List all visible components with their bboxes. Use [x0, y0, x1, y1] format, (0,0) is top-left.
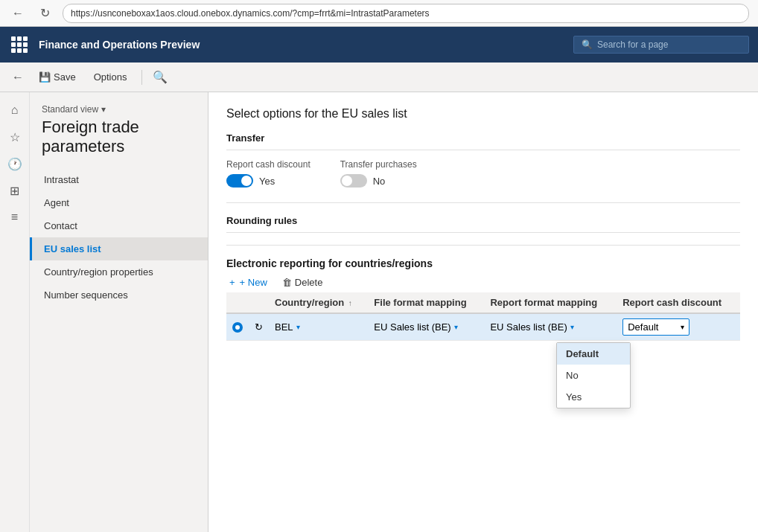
toolbar-back-button[interactable]: ←	[9, 68, 27, 86]
report-format-mapping-cell: EU Sales list (BE) ▾	[484, 313, 617, 341]
rounding-rules-title: Rounding rules	[226, 215, 740, 233]
browser-address-bar: ← ↻ https://usnconeboxax1aos.cloud.onebo…	[0, 0, 758, 27]
sidebar: Standard view ▾ Foreign trade parameters…	[30, 92, 208, 532]
clock-icon[interactable]: 🕐	[3, 152, 27, 176]
url-text: https://usnconeboxax1aos.cloud.onebox.dy…	[71, 8, 430, 19]
row-radio-btn[interactable]	[232, 322, 243, 333]
nav-list: Intrastat Agent Contact EU sales list Co…	[30, 168, 208, 307]
report-format-value-wrapper: EU Sales list (BE) ▾	[490, 321, 611, 333]
sidebar-item-intrastat[interactable]: Intrastat	[30, 168, 208, 191]
dropdown-option-no[interactable]: No	[557, 365, 630, 386]
col-file-format-mapping: File format mapping	[368, 292, 484, 313]
trash-icon: 🗑	[282, 277, 292, 288]
standard-view-selector[interactable]: Standard view ▾	[42, 104, 196, 115]
sort-icon: ↑	[348, 299, 352, 307]
file-format-dropdown-chevron[interactable]: ▾	[454, 323, 458, 331]
main-layout: ⌂ ☆ 🕐 ⊞ ≡ Standard view ▾ Foreign trade …	[0, 92, 758, 532]
back-button[interactable]: ←	[9, 4, 27, 22]
electronic-reporting-table: Country/region ↑ File format mapping Rep…	[226, 292, 740, 341]
country-dropdown-chevron[interactable]: ▾	[296, 323, 300, 331]
radio-dot	[235, 325, 240, 330]
options-button[interactable]: Options	[88, 68, 133, 86]
rounding-rules-section: Rounding rules	[226, 215, 740, 233]
toggle-thumb	[241, 176, 252, 186]
dropdown-chevron-icon: ▾	[681, 323, 684, 331]
grid-icon	[11, 36, 28, 53]
search-placeholder: Search for a page	[597, 39, 668, 50]
electronic-reporting-title: Electronic reporting for countries/regio…	[226, 257, 740, 269]
transfer-group-title: Transfer	[226, 132, 740, 150]
file-format-mapping-cell: EU Sales list (BE) ▾	[368, 313, 484, 341]
sidebar-item-eu-sales-list[interactable]: EU sales list	[30, 237, 208, 260]
dropdown-option-yes[interactable]: Yes	[557, 386, 630, 408]
transfer-purchases-toggle-row: No	[340, 174, 417, 188]
report-cash-discount-cell: Default ▾	[617, 313, 740, 341]
col-radio	[226, 292, 249, 313]
sidebar-item-agent[interactable]: Agent	[30, 191, 208, 214]
sidebar-item-country-region[interactable]: Country/region properties	[30, 260, 208, 283]
home-icon[interactable]: ⌂	[3, 98, 27, 122]
left-rail: ⌂ ☆ 🕐 ⊞ ≡	[0, 92, 30, 532]
row-radio-cell	[226, 313, 249, 341]
chevron-down-icon: ▾	[101, 104, 106, 115]
toolbar-separator	[141, 70, 142, 85]
section-heading: Select options for the EU sales list	[226, 107, 740, 121]
divider-2	[226, 245, 740, 246]
sidebar-item-contact[interactable]: Contact	[30, 214, 208, 237]
cash-discount-dropdown-trigger[interactable]: Default ▾	[622, 318, 689, 336]
page-header: Standard view ▾ Foreign trade parameters	[30, 98, 208, 168]
transfer-purchases-value: No	[373, 176, 386, 187]
url-bar[interactable]: https://usnconeboxax1aos.cloud.onebox.dy…	[63, 4, 749, 23]
toggle-thumb-2	[342, 176, 352, 186]
search-icon: 🔍	[582, 39, 593, 50]
apps-grid-button[interactable]	[9, 34, 30, 55]
table-icon[interactable]: ⊞	[3, 179, 27, 202]
country-region-cell: BEL ▾	[269, 313, 368, 341]
plus-icon: +	[229, 277, 235, 288]
refresh-icon[interactable]: ↻	[255, 321, 263, 333]
dropdown-option-default[interactable]: Default	[557, 343, 630, 365]
new-button[interactable]: + + New	[226, 275, 270, 289]
table-toolbar: + + New 🗑 Delete	[226, 275, 740, 289]
delete-button[interactable]: 🗑 Delete	[279, 275, 326, 289]
table-header-row: Country/region ↑ File format mapping Rep…	[226, 292, 740, 313]
cash-discount-dropdown-popup: Default No Yes	[556, 342, 631, 408]
report-cash-discount-toggle-row: Yes	[226, 174, 310, 188]
table-row: ↻ BEL ▾ EU Sales list (BE) ▾	[226, 313, 740, 341]
app-title: Finance and Operations Preview	[39, 39, 564, 51]
file-format-value-wrapper: EU Sales list (BE) ▾	[374, 321, 478, 333]
list-icon[interactable]: ≡	[3, 205, 27, 229]
report-cash-discount-field: Report cash discount Yes	[226, 159, 310, 188]
report-format-dropdown-chevron[interactable]: ▾	[570, 323, 574, 331]
page-title: Foreign trade parameters	[42, 118, 196, 156]
col-report-cash-discount: Report cash discount	[617, 292, 740, 313]
divider-1	[226, 202, 740, 203]
transfer-fields-row: Report cash discount Yes Transfer purcha…	[226, 159, 740, 188]
col-report-format-mapping: Report format mapping	[484, 292, 617, 313]
transfer-purchases-toggle[interactable]	[340, 174, 367, 188]
col-country-region: Country/region ↑	[269, 292, 368, 313]
col-refresh	[249, 292, 269, 313]
save-button[interactable]: 💾 Save	[33, 68, 82, 86]
refresh-button[interactable]: ↻	[36, 4, 54, 22]
row-refresh-cell: ↻	[249, 313, 269, 341]
top-nav-bar: Finance and Operations Preview 🔍 Search …	[0, 27, 758, 63]
transfer-purchases-label: Transfer purchases	[340, 159, 417, 170]
star-icon[interactable]: ☆	[3, 125, 27, 149]
content-area: Select options for the EU sales list Tra…	[208, 92, 758, 532]
country-region-value-wrapper: BEL ▾	[275, 321, 362, 333]
report-cash-discount-value: Yes	[259, 176, 275, 187]
page-toolbar: ← 💾 Save Options 🔍	[0, 63, 758, 92]
search-toolbar-button[interactable]: 🔍	[151, 68, 169, 86]
report-cash-discount-toggle[interactable]	[226, 174, 253, 188]
global-search[interactable]: 🔍 Search for a page	[573, 36, 749, 54]
save-icon: 💾	[39, 71, 51, 83]
transfer-purchases-field: Transfer purchases No	[340, 159, 417, 188]
sidebar-item-number-sequences[interactable]: Number sequences	[30, 283, 208, 307]
report-cash-discount-label: Report cash discount	[226, 159, 310, 170]
